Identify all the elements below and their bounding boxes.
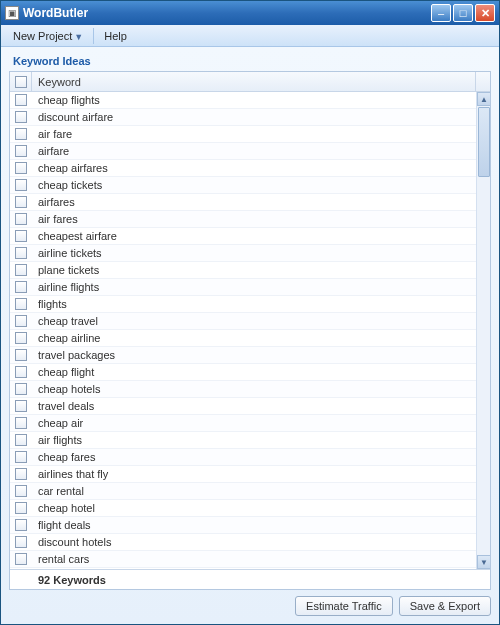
row-checkbox[interactable]: [15, 417, 27, 429]
row-checkbox[interactable]: [15, 315, 27, 327]
column-header-keyword[interactable]: Keyword: [32, 72, 476, 91]
row-checkbox-cell: [10, 213, 32, 225]
table-row[interactable]: airfare: [10, 143, 476, 160]
save-export-button[interactable]: Save & Export: [399, 596, 491, 616]
table-row[interactable]: cheap hotel: [10, 500, 476, 517]
table-row[interactable]: cheap fares: [10, 449, 476, 466]
table-row[interactable]: air fares: [10, 211, 476, 228]
row-checkbox[interactable]: [15, 94, 27, 106]
table-row[interactable]: cheap flight: [10, 364, 476, 381]
row-checkbox[interactable]: [15, 400, 27, 412]
scroll-thumb[interactable]: [478, 107, 490, 177]
table-row[interactable]: travel deals: [10, 398, 476, 415]
row-checkbox-cell: [10, 468, 32, 480]
row-checkbox[interactable]: [15, 179, 27, 191]
row-checkbox[interactable]: [15, 332, 27, 344]
keyword-cell: plane tickets: [32, 264, 476, 276]
row-checkbox[interactable]: [15, 366, 27, 378]
row-checkbox-cell: [10, 332, 32, 344]
menu-new-project[interactable]: New Project▼: [7, 28, 89, 44]
keyword-cell: flights: [32, 298, 476, 310]
select-all-checkbox[interactable]: [15, 76, 27, 88]
vertical-scrollbar[interactable]: ▲ ▼: [476, 92, 490, 569]
row-checkbox[interactable]: [15, 349, 27, 361]
table-row[interactable]: discount airfare: [10, 109, 476, 126]
table-row[interactable]: cheapest airfare: [10, 228, 476, 245]
minimize-button[interactable]: –: [431, 4, 451, 22]
keyword-cell: cheap flights: [32, 94, 476, 106]
table-row[interactable]: cheap airline: [10, 330, 476, 347]
row-checkbox-cell: [10, 485, 32, 497]
row-checkbox-cell: [10, 247, 32, 259]
table-row[interactable]: cheap air: [10, 415, 476, 432]
keyword-cell: cheap travel: [32, 315, 476, 327]
row-checkbox[interactable]: [15, 264, 27, 276]
row-checkbox[interactable]: [15, 128, 27, 140]
keyword-cell: discount airfare: [32, 111, 476, 123]
row-checkbox-cell: [10, 434, 32, 446]
row-checkbox-cell: [10, 196, 32, 208]
keyword-cell: car rental: [32, 485, 476, 497]
menubar: New Project▼ Help: [1, 25, 499, 47]
row-checkbox-cell: [10, 162, 32, 174]
row-checkbox[interactable]: [15, 553, 27, 565]
row-checkbox[interactable]: [15, 485, 27, 497]
row-checkbox-cell: [10, 451, 32, 463]
keyword-cell: rental cars: [32, 553, 476, 565]
row-checkbox[interactable]: [15, 502, 27, 514]
row-checkbox[interactable]: [15, 536, 27, 548]
maximize-button[interactable]: □: [453, 4, 473, 22]
table-row[interactable]: air flights: [10, 432, 476, 449]
row-checkbox[interactable]: [15, 111, 27, 123]
row-checkbox[interactable]: [15, 298, 27, 310]
estimate-traffic-button[interactable]: Estimate Traffic: [295, 596, 393, 616]
table-row[interactable]: cheap airfares: [10, 160, 476, 177]
table-row[interactable]: cheap hotels: [10, 381, 476, 398]
table-row[interactable]: car rental: [10, 483, 476, 500]
menu-help[interactable]: Help: [98, 28, 133, 44]
table-row[interactable]: flight deals: [10, 517, 476, 534]
row-checkbox[interactable]: [15, 519, 27, 531]
close-button[interactable]: ✕: [475, 4, 495, 22]
button-bar: Estimate Traffic Save & Export: [9, 590, 491, 616]
table-row[interactable]: air fare: [10, 126, 476, 143]
row-checkbox-cell: [10, 553, 32, 565]
scroll-down-button[interactable]: ▼: [477, 555, 490, 569]
keyword-cell: cheapest airfare: [32, 230, 476, 242]
row-checkbox-cell: [10, 111, 32, 123]
row-checkbox-cell: [10, 349, 32, 361]
table-row[interactable]: flights: [10, 296, 476, 313]
table-row[interactable]: cheap tickets: [10, 177, 476, 194]
keyword-count: 92 Keywords: [10, 574, 106, 586]
row-checkbox[interactable]: [15, 451, 27, 463]
row-checkbox[interactable]: [15, 230, 27, 242]
table-row[interactable]: cheap flights: [10, 92, 476, 109]
table-row[interactable]: airline flights: [10, 279, 476, 296]
table-row[interactable]: travel packages: [10, 347, 476, 364]
row-checkbox[interactable]: [15, 213, 27, 225]
table-row[interactable]: discount hotels: [10, 534, 476, 551]
row-checkbox-cell: [10, 383, 32, 395]
table-row[interactable]: plane tickets: [10, 262, 476, 279]
row-checkbox[interactable]: [15, 281, 27, 293]
row-checkbox[interactable]: [15, 196, 27, 208]
table-row[interactable]: airfares: [10, 194, 476, 211]
keyword-cell: cheap flight: [32, 366, 476, 378]
row-checkbox[interactable]: [15, 247, 27, 259]
keyword-cell: cheap airfares: [32, 162, 476, 174]
row-checkbox[interactable]: [15, 434, 27, 446]
keyword-cell: airfare: [32, 145, 476, 157]
row-checkbox[interactable]: [15, 383, 27, 395]
row-checkbox[interactable]: [15, 145, 27, 157]
table-row[interactable]: rental cars: [10, 551, 476, 568]
grid-header: Keyword: [10, 72, 490, 92]
scroll-up-button[interactable]: ▲: [477, 92, 490, 106]
app-icon: ▣: [5, 6, 19, 20]
row-checkbox[interactable]: [15, 468, 27, 480]
table-row[interactable]: cheap travel: [10, 313, 476, 330]
table-row[interactable]: airlines that fly: [10, 466, 476, 483]
menu-separator: [93, 28, 94, 44]
row-checkbox[interactable]: [15, 162, 27, 174]
window-controls: – □ ✕: [431, 4, 495, 22]
table-row[interactable]: airline tickets: [10, 245, 476, 262]
